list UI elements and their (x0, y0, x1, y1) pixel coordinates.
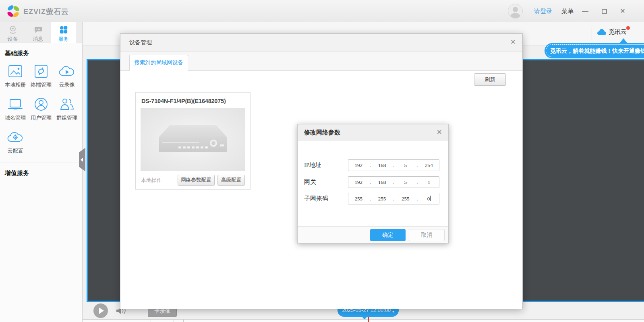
dialog-title: 设备管理 (129, 39, 152, 46)
mixin-cloud-button[interactable]: 觅讯云 (597, 28, 627, 36)
cloud-icon (597, 29, 606, 35)
sidebar-tabs: 设备 消息 (0, 22, 82, 43)
device-name: DS-7104N-F1/4P(B)(E16482075) (136, 93, 250, 108)
refresh-button[interactable]: 刷新 (474, 73, 506, 86)
dialog-body: 刷新 DS-7104N-F1/4P(B)(E16482075) 本地 (120, 71, 522, 308)
network-dialog-body: IP地址 192 . 168 . 5 . 254 网关 (298, 141, 448, 227)
text-caret (430, 196, 431, 201)
user-icon (28, 96, 54, 113)
group-icon (54, 96, 80, 113)
camera-icon (0, 25, 25, 35)
network-dialog-header: 修改网络参数 ✕ (298, 124, 448, 141)
modify-network-dialog: 修改网络参数 ✕ IP地址 192 . 168 . 5 . 254 (297, 124, 449, 244)
window-close-button[interactable]: ✕ (619, 7, 627, 15)
tab-lan-devices[interactable]: 搜索到的局域网设备 (129, 55, 188, 71)
ip-address-label: IP地址 (304, 159, 321, 171)
section-heading-basic: 基础服务 (0, 43, 82, 59)
app-window: EZVIZ萤石云 请登录 菜单 ✕ 设备 (0, 0, 644, 322)
local-operation-label: 本地操作 (141, 177, 178, 184)
message-icon (25, 25, 51, 35)
device-image (141, 108, 245, 171)
dialog-close-button[interactable]: ✕ (510, 38, 516, 46)
network-dialog-close-button[interactable]: ✕ (437, 128, 442, 136)
avatar[interactable] (508, 4, 523, 19)
play-icon (99, 308, 104, 314)
maximize-icon (602, 9, 607, 14)
gateway-row: 网关 192 . 168 . 5 . 1 (298, 176, 448, 188)
dialog-header: 设备管理 ✕ (120, 34, 522, 52)
cancel-button[interactable]: 取消 (409, 229, 445, 241)
sidebar: 设备 消息 (0, 22, 83, 322)
promo-bubble[interactable]: 觅讯云，躺着就能赚钱！快来开通赚钱！ (545, 43, 644, 58)
tab-messages[interactable]: 消息 (25, 22, 51, 43)
notification-dot (626, 26, 630, 30)
device-card: DS-7104N-F1/4P(B)(E16482075) 本地操作 网络参数配置 (135, 92, 251, 190)
toolbar-divider (592, 27, 592, 40)
minimize-button[interactable] (581, 7, 589, 15)
app-title: EZVIZ萤石云 (23, 7, 69, 17)
titlebar: EZVIZ萤石云 请登录 菜单 ✕ (0, 0, 644, 22)
cloud-play-icon (54, 63, 80, 80)
ezviz-logo-icon (6, 4, 20, 18)
timeline-tick (151, 320, 151, 322)
timeline-playhead[interactable] (368, 317, 369, 322)
ip-address-input[interactable]: 192 . 168 . 5 . 254 (348, 159, 439, 171)
sidebar-item-domain-mgmt[interactable]: 域名管理 (2, 96, 28, 122)
device-management-dialog: 设备管理 ✕ 搜索到的局域网设备 刷新 DS-7104N-F1/4P(B)(E1… (120, 33, 523, 309)
section-heading-value-added: 增值服务 (0, 163, 82, 179)
cloud-gear-icon (2, 129, 28, 146)
chevron-left-icon (81, 158, 83, 162)
sidebar-item-user-mgmt[interactable]: 用户管理 (28, 96, 54, 122)
subnet-mask-row: 子网掩码 255 . 255 . 255 . 0 (298, 193, 448, 204)
basic-services-grid: 本地相册 终端管理 云 (0, 59, 82, 159)
terminal-sync-icon (28, 63, 54, 80)
sidebar-item-terminal-mgmt[interactable]: 终端管理 (28, 63, 54, 89)
timeline-tick (183, 320, 184, 322)
nvr-illustration (159, 125, 227, 152)
gateway-input[interactable]: 192 . 168 . 5 . 1 (348, 176, 439, 188)
play-button[interactable] (93, 303, 108, 318)
network-config-button[interactable]: 网络参数配置 (178, 175, 215, 186)
maximize-button[interactable] (600, 7, 608, 15)
advanced-config-button[interactable]: 高级配置 (217, 175, 245, 186)
menu-button[interactable]: 菜单 (561, 8, 574, 15)
device-card-footer: 本地操作 网络参数配置 高级配置 (136, 171, 250, 189)
dialog-tabbar: 搜索到的局域网设备 (120, 52, 522, 71)
subnet-mask-label: 子网掩码 (304, 193, 328, 204)
sidebar-item-cloud-record[interactable]: 云录像 (54, 63, 80, 89)
sidebar-item-cloud-config[interactable]: 云配置 (2, 129, 28, 155)
ip-address-row: IP地址 192 . 168 . 5 . 254 (298, 159, 448, 171)
timeline-tick (174, 320, 174, 322)
laptop-icon (2, 96, 28, 113)
subnet-mask-input[interactable]: 255 . 255 . 255 . 0 (348, 193, 439, 204)
login-link[interactable]: 请登录 (534, 8, 552, 15)
ok-button[interactable]: 确定 (370, 229, 406, 241)
minimize-icon (582, 11, 588, 12)
timeline-ruler[interactable] (83, 319, 644, 322)
sidebar-item-local-album[interactable]: 本地相册 (2, 63, 28, 89)
tab-devices[interactable]: 设备 (0, 22, 25, 43)
tab-services[interactable]: 服务 (51, 22, 76, 43)
gateway-label: 网关 (304, 176, 316, 188)
network-dialog-title: 修改网络参数 (304, 129, 340, 136)
sidebar-item-group-mgmt[interactable]: 群组管理 (54, 96, 80, 122)
photo-icon (2, 63, 28, 80)
services-grid-icon (51, 25, 76, 35)
network-dialog-footer: 确定 取消 (298, 226, 448, 243)
